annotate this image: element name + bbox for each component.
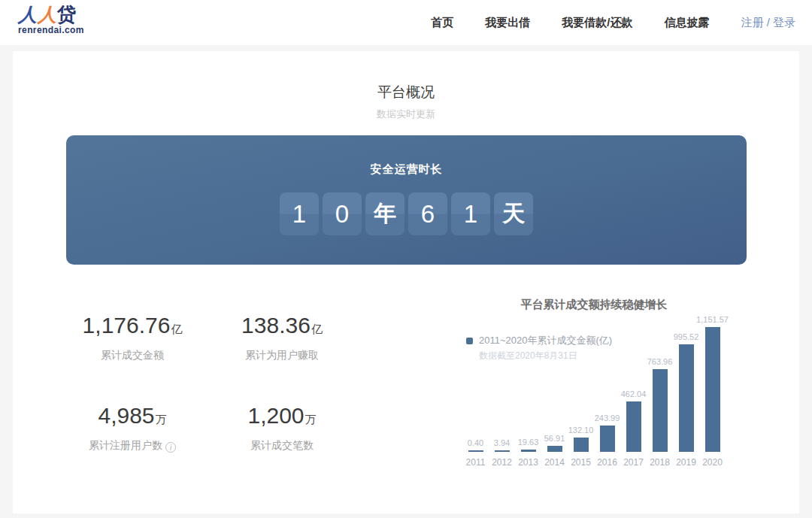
flip-tile-year-unit: 年	[365, 192, 404, 235]
stat-unit: 万	[156, 413, 167, 426]
bar-year-label: 2016	[594, 457, 620, 468]
nav-item-lend[interactable]: 我要出借	[485, 16, 530, 30]
platform-overview-panel: 平台概况 数据实时更新 安全运营时长 1 0 年 6 1 天 1,176.76亿…	[13, 51, 799, 513]
banner-title: 安全运营时长	[66, 162, 747, 177]
bar-year-label: 2013	[515, 457, 541, 468]
flip-clock: 1 0 年 6 1 天	[66, 192, 747, 235]
stat-label: 累计成交笔数	[195, 439, 368, 453]
bar-value-label: 132.10	[568, 426, 594, 435]
stat-unit: 亿	[171, 323, 182, 335]
chart-note: 数据截至2020年8月31日	[479, 350, 577, 362]
bar-value-label: 462.04	[621, 389, 647, 398]
logo-domain-text: renrendai.com	[18, 25, 84, 35]
flip-tile-digit: 1	[280, 192, 319, 235]
stat-unit: 万	[305, 413, 317, 426]
bar-column: 0.40	[462, 438, 489, 453]
flip-tile-day-unit: 天	[494, 192, 533, 235]
bar	[495, 450, 510, 453]
chart-x-axis: 2011201220132014201520162017201820192020	[462, 457, 726, 468]
page-title: 平台概况	[13, 83, 799, 102]
flip-tile-digit: 6	[408, 192, 447, 235]
bar-column: 462.04	[620, 389, 647, 452]
stat-value: 1,200万	[195, 403, 368, 432]
bar	[705, 327, 720, 452]
nav-item-borrow-repay[interactable]: 我要借款/还款	[562, 16, 632, 30]
chart-title: 平台累计成交额持续稳健增长	[462, 298, 726, 312]
bar-value-label: 0.40	[468, 438, 483, 447]
bar-value-label: 243.99	[595, 413, 620, 423]
bar-value-label: 3.94	[494, 438, 510, 447]
bar-value-label: 763.96	[647, 357, 673, 366]
bar-column: 19.63	[515, 438, 541, 452]
page-subtitle: 数据实时更新	[13, 108, 799, 121]
bar-value-label: 19.63	[518, 438, 539, 447]
stat-label: 累计注册用户数i	[46, 439, 219, 453]
main-nav: 首页 我要出借 我要借款/还款 信息披露 注册 / 登录	[431, 0, 795, 45]
stat-registered-users: 4,985万 累计注册用户数i	[46, 403, 219, 453]
bar-value-label: 995.52	[674, 332, 699, 341]
legend-marker-icon	[466, 338, 473, 344]
bar-column: 132.10	[568, 426, 594, 452]
cumulative-volume-chart: 0.403.9419.6356.91132.10243.99462.04763.…	[462, 298, 726, 486]
logo-cn-text: 人人贷	[18, 4, 84, 25]
bar-column: 1,151.57	[699, 315, 726, 452]
stat-value: 1,176.76亿	[46, 313, 219, 342]
stat-value: 138.36亿	[195, 313, 368, 342]
stat-label: 累计为用户赚取	[195, 349, 368, 362]
bar	[547, 446, 562, 452]
flip-tile-digit: 0	[323, 192, 362, 235]
bar	[521, 450, 536, 452]
bar-column: 243.99	[594, 413, 620, 452]
bar-column: 995.52	[673, 332, 699, 453]
bar-year-label: 2014	[541, 457, 568, 468]
nav-item-home[interactable]: 首页	[431, 16, 453, 30]
page: 人人贷 renrendai.com 首页 我要出借 我要借款/还款 信息披露 注…	[0, 0, 812, 518]
chart-bars: 0.403.9419.6356.91132.10243.99462.04763.…	[462, 298, 726, 452]
stat-user-earnings: 138.36亿 累计为用户赚取	[195, 313, 368, 362]
bar-year-label: 2017	[620, 457, 647, 468]
bar-year-label: 2018	[647, 457, 673, 468]
bar	[679, 344, 694, 453]
register-login-link[interactable]: 注册 / 登录	[741, 16, 795, 30]
bar-year-label: 2011	[462, 457, 489, 468]
bar-year-label: 2019	[673, 457, 699, 468]
bar-column: 56.91	[541, 434, 568, 452]
stat-value: 4,985万	[46, 403, 219, 432]
renrendai-logo[interactable]: 人人贷 renrendai.com	[18, 4, 84, 35]
info-icon[interactable]: i	[165, 442, 176, 453]
bar-year-label: 2020	[699, 457, 726, 468]
bar-column: 763.96	[647, 357, 673, 452]
nav-item-disclosure[interactable]: 信息披露	[664, 16, 709, 30]
top-navbar: 人人贷 renrendai.com 首页 我要出借 我要借款/还款 信息披露 注…	[0, 0, 812, 45]
bar	[653, 369, 668, 452]
bar-value-label: 56.91	[544, 434, 565, 443]
safe-operation-banner: 安全运营时长 1 0 年 6 1 天	[66, 135, 747, 265]
flip-tile-digit: 1	[451, 192, 490, 235]
bar-value-label: 1,151.57	[696, 315, 729, 324]
stat-total-volume: 1,176.76亿 累计成交金额	[46, 313, 219, 362]
bar	[574, 438, 589, 452]
stat-transaction-count: 1,200万 累计成交笔数	[195, 403, 368, 453]
bar-year-label: 2015	[568, 457, 594, 468]
bar-column: 3.94	[489, 438, 515, 453]
bar-year-label: 2012	[489, 457, 515, 468]
bar	[468, 450, 483, 453]
chart-legend: 2011~2020年累计成交金额(亿)	[466, 334, 612, 347]
legend-label: 2011~2020年累计成交金额(亿)	[479, 334, 612, 347]
stat-unit: 亿	[311, 323, 323, 335]
bar	[626, 401, 641, 452]
bar	[600, 426, 615, 452]
stat-label: 累计成交金额	[46, 349, 219, 362]
